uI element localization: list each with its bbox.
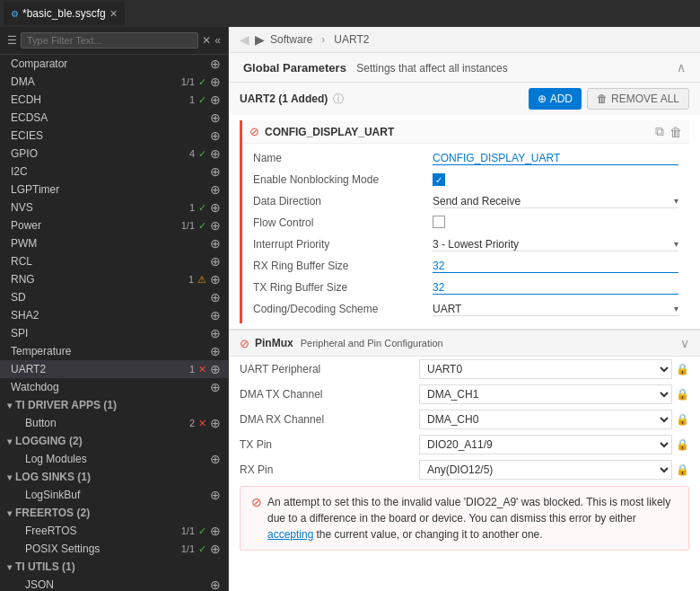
sidebar-item-posix[interactable]: POSIX Settings 1/1 ✓ ⊕ [0,540,228,558]
sidebar-item-sha2[interactable]: SHA2 ⊕ [0,306,228,324]
instance-help-icon[interactable]: ⓘ [333,92,344,107]
sidebar: ☰ ✕ « Comparator ⊕ DMA 1/1 ✓ ⊕ ECDH 1 ✓ … [0,27,229,591]
sidebar-item-lgptimer[interactable]: LGPTimer ⊕ [0,181,228,198]
sidebar-item-nvs[interactable]: NVS 1 ✓ ⊕ [0,198,228,216]
sidebar-collapse-icon[interactable]: « [214,34,221,47]
sidebar-item-watchdog[interactable]: Watchdog ⊕ [0,378,228,396]
add-ecies-icon[interactable]: ⊕ [210,128,221,143]
add-dma-icon[interactable]: ⊕ [210,75,221,89]
nonblocking-checkbox[interactable]: ✓ [433,173,445,186]
pinmux-header[interactable]: ⊘ PinMux Peripheral and Pin Configuratio… [229,330,700,357]
sidebar-item-i2c[interactable]: I2C ⊕ [0,163,228,181]
dma-rx-select[interactable]: DMA_CH0 [419,410,672,429]
name-value[interactable]: CONFIG_DISPLAY_UART [433,152,678,165]
add-uart2-icon[interactable]: ⊕ [210,362,221,376]
add-freertos-icon[interactable]: ⊕ [210,524,221,538]
pinmux-collapse-icon[interactable]: ∨ [680,336,689,350]
add-posix-icon[interactable]: ⊕ [210,542,221,556]
tx-ring-buffer-value[interactable]: 32 [433,281,678,295]
rx-ring-buffer-value[interactable]: 32 [433,260,678,273]
add-power-icon[interactable]: ⊕ [210,218,221,233]
copy-instance-button[interactable]: ⧉ [655,124,664,139]
delete-instance-button[interactable]: 🗑 [669,124,682,139]
sidebar-item-button[interactable]: Button 2 ✕ ⊕ [0,414,228,432]
sidebar-item-power[interactable]: Power 1/1 ✓ ⊕ [0,216,228,234]
section-freertos[interactable]: ▾ FREERTOS (2) [0,504,228,522]
section-logging[interactable]: ▾ LOGGING (2) [0,432,228,450]
add-rng-icon[interactable]: ⊕ [210,272,221,287]
sidebar-item-ecdh[interactable]: ECDH 1 ✓ ⊕ [0,91,228,109]
add-logsinkbuf-icon[interactable]: ⊕ [210,488,221,502]
coding-scheme-dropdown-icon[interactable]: ▾ [674,304,678,313]
add-sha2-icon[interactable]: ⊕ [210,308,221,322]
sidebar-item-ecies[interactable]: ECIES ⊕ [0,127,228,145]
add-lgptimer-icon[interactable]: ⊕ [210,182,221,197]
add-ecdh-icon[interactable]: ⊕ [210,93,221,107]
filter-input[interactable] [21,32,198,49]
sidebar-item-freertos[interactable]: FreeRTOS 1/1 ✓ ⊕ [0,522,228,540]
section-ti-driver-apps[interactable]: ▾ TI DRIVER APPS (1) [0,396,228,414]
add-button-icon[interactable]: ⊕ [210,416,221,430]
sidebar-item-logsinkbuf[interactable]: LogSinkBuf ⊕ [0,486,228,504]
tab-close-btn[interactable]: ✕ [109,8,118,20]
dma-tx-select[interactable]: DMA_CH1 [419,384,672,404]
remove-all-button[interactable]: 🗑 REMOVE ALL [587,88,689,110]
sidebar-item-gpio[interactable]: GPIO 4 ✓ ⊕ [0,145,228,163]
sidebar-item-sd[interactable]: SD ⊕ [0,288,228,306]
global-params-collapse-icon[interactable]: ∧ [677,60,686,75]
data-direction-dropdown-icon[interactable]: ▾ [674,196,678,206]
filter-clear-icon[interactable]: ✕ [202,34,211,47]
breadcrumb-software[interactable]: Software [270,33,312,46]
forward-button[interactable]: ▶ [255,32,265,47]
add-logmodules-icon[interactable]: ⊕ [210,452,221,466]
pinmux-fields: UART Peripheral UART0 🔒 DMA TX Channel D… [229,357,700,482]
sidebar-item-json[interactable]: JSON ⊕ [0,576,228,591]
section-log-sinks[interactable]: ▾ LOG SINKS (1) [0,468,228,486]
sidebar-item-ecdsa[interactable]: ECDSA ⊕ [0,109,228,127]
add-pwm-icon[interactable]: ⊕ [210,236,221,251]
add-temperature-icon[interactable]: ⊕ [210,344,221,358]
main-layout: ☰ ✕ « Comparator ⊕ DMA 1/1 ✓ ⊕ ECDH 1 ✓ … [0,27,700,591]
sidebar-item-rcl[interactable]: RCL ⊕ [0,252,228,270]
add-ecdsa-icon[interactable]: ⊕ [210,110,221,125]
chevron-freertos: ▾ [7,508,12,518]
add-comparator-icon[interactable]: ⊕ [210,57,221,71]
add-watchdog-icon[interactable]: ⊕ [210,380,221,394]
interrupt-priority-dropdown-icon[interactable]: ▾ [674,239,678,249]
chevron-ti-driver-apps: ▾ [7,401,12,410]
add-sd-icon[interactable]: ⊕ [210,290,221,304]
sidebar-item-temperature[interactable]: Temperature ⊕ [0,342,228,360]
pinmux-title: PinMux [255,337,293,349]
add-i2c-icon[interactable]: ⊕ [210,164,221,179]
chevron-ti-utils: ▾ [7,562,12,572]
sidebar-item-spi[interactable]: SPI ⊕ [0,324,228,342]
chevron-logging: ▾ [7,437,12,446]
error-accept-link[interactable]: accepting [267,528,313,541]
uart-peripheral-lock-icon: 🔒 [676,363,689,375]
add-spi-icon[interactable]: ⊕ [210,326,221,340]
add-gpio-icon[interactable]: ⊕ [210,146,221,161]
tab-syscfg[interactable]: ⚙ *basic_ble.syscfg ✕ [4,2,125,25]
add-nvs-icon[interactable]: ⊕ [210,200,221,215]
field-name: Name CONFIG_DISPLAY_UART [242,147,689,169]
breadcrumb-uart2[interactable]: UART2 [334,33,369,46]
field-tx-ring-buffer: TX Ring Buffer Size 32 [242,277,689,298]
add-rcl-icon[interactable]: ⊕ [210,254,221,269]
sidebar-item-comparator[interactable]: Comparator ⊕ [0,55,228,73]
sidebar-item-rng[interactable]: RNG 1 ⚠ ⊕ [0,270,228,288]
field-interrupt-priority: Interrupt Priority 3 - Lowest Priority ▾ [242,234,689,255]
add-instance-button[interactable]: ⊕ ADD [529,88,582,110]
sidebar-item-pwm[interactable]: PWM ⊕ [0,234,228,252]
tx-pin-select[interactable]: DIO20_A11/9 [419,435,672,454]
back-button[interactable]: ◀ [240,32,249,47]
sidebar-menu-icon[interactable]: ☰ [7,34,17,47]
sidebar-item-dma[interactable]: DMA 1/1 ✓ ⊕ [0,73,228,91]
uart-peripheral-select[interactable]: UART0 [419,359,672,379]
tab-label: *basic_ble.syscfg [22,7,106,20]
section-ti-utils[interactable]: ▾ TI UTILS (1) [0,558,228,576]
flow-control-checkbox[interactable] [433,216,445,228]
sidebar-item-uart2[interactable]: UART2 1 ✕ ⊕ [0,360,228,378]
sidebar-item-log-modules[interactable]: Log Modules ⊕ [0,450,228,468]
rx-pin-select[interactable]: Any(DIO12/5) [419,460,672,480]
add-json-icon[interactable]: ⊕ [210,578,221,591]
